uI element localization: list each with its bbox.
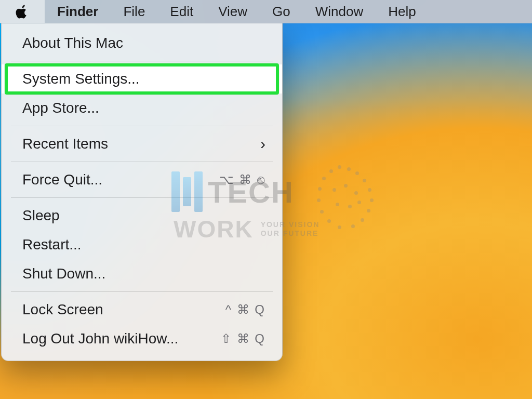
keyboard-shortcut: ⇧ ⌘ Q bbox=[221, 331, 265, 346]
menu-separator bbox=[11, 126, 273, 126]
menu-item-force-quit[interactable]: Force Quit... ⌥ ⌘ ⎋ bbox=[2, 165, 282, 194]
menu-item-label: Shut Down... bbox=[22, 265, 105, 282]
keyboard-shortcut: ⌥ ⌘ ⎋ bbox=[219, 172, 265, 187]
menu-item-recent-items[interactable]: Recent Items › bbox=[2, 129, 282, 158]
menu-window[interactable]: Window bbox=[303, 0, 376, 23]
menu-item-about-this-mac[interactable]: About This Mac bbox=[2, 29, 282, 58]
menu-item-label: Recent Items bbox=[22, 136, 108, 152]
menu-item-label: Log Out John wikiHow... bbox=[22, 330, 178, 347]
apple-menu-button[interactable] bbox=[0, 0, 45, 23]
menu-separator bbox=[11, 291, 273, 292]
menu-item-log-out[interactable]: Log Out John wikiHow... ⇧ ⌘ Q bbox=[2, 324, 282, 353]
menu-go[interactable]: Go bbox=[260, 0, 303, 23]
menu-item-sleep[interactable]: Sleep bbox=[2, 201, 282, 230]
apple-menu-dropdown: About This Mac System Settings... App St… bbox=[1, 23, 283, 361]
menu-item-shut-down[interactable]: Shut Down... bbox=[2, 259, 282, 288]
menu-item-system-settings[interactable]: System Settings... bbox=[2, 64, 282, 94]
menu-item-label: About This Mac bbox=[22, 35, 123, 51]
menu-item-label: Lock Screen bbox=[22, 301, 103, 318]
menu-item-label: Force Quit... bbox=[22, 171, 102, 188]
menu-item-restart[interactable]: Restart... bbox=[2, 230, 282, 259]
menu-help[interactable]: Help bbox=[376, 0, 428, 23]
menu-item-lock-screen[interactable]: Lock Screen ^ ⌘ Q bbox=[2, 295, 282, 324]
menu-item-label: System Settings... bbox=[22, 71, 140, 87]
chevron-right-icon: › bbox=[260, 135, 265, 153]
menu-edit[interactable]: Edit bbox=[157, 0, 206, 23]
menu-separator bbox=[11, 162, 273, 162]
menu-item-label: Restart... bbox=[22, 236, 82, 253]
menu-separator bbox=[11, 61, 273, 61]
menu-view[interactable]: View bbox=[206, 0, 260, 23]
app-name-menu[interactable]: Finder bbox=[45, 0, 111, 23]
menu-item-app-store[interactable]: App Store... bbox=[2, 94, 282, 123]
keyboard-shortcut: ^ ⌘ Q bbox=[225, 302, 265, 317]
menu-item-label: App Store... bbox=[22, 100, 99, 116]
menu-file[interactable]: File bbox=[111, 0, 157, 23]
apple-logo-icon bbox=[15, 4, 30, 19]
menu-separator bbox=[11, 197, 273, 198]
menu-item-label: Sleep bbox=[22, 207, 60, 224]
menu-bar: Finder File Edit View Go Window Help bbox=[0, 0, 532, 23]
